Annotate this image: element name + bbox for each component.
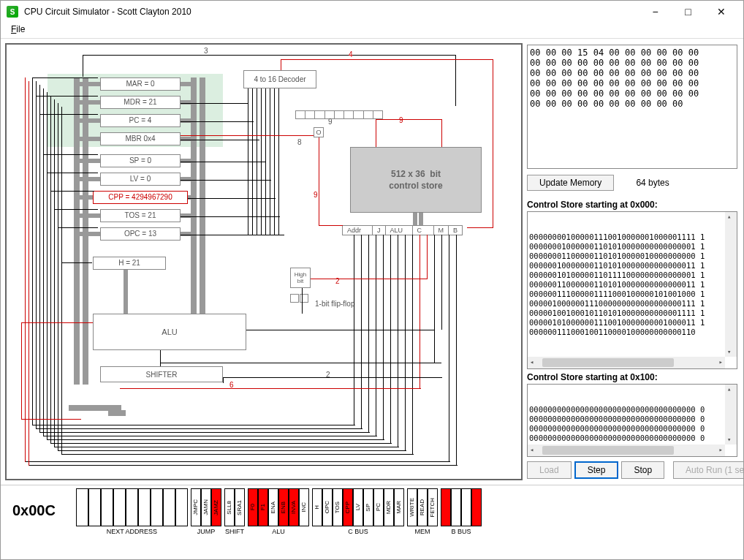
reg-sp: SP = 0 — [100, 154, 181, 167]
bit-6-2[interactable] — [461, 488, 471, 526]
menubar: File — [1, 23, 743, 39]
close-button[interactable]: ✕ — [705, 1, 737, 22]
bit-6-0[interactable] — [441, 488, 451, 526]
highbit-box: High bit — [290, 268, 311, 288]
bit-INVA[interactable]: INVA — [289, 488, 299, 526]
scrollbar-v-1[interactable] — [725, 212, 737, 357]
bit-0-3[interactable] — [113, 488, 126, 526]
bit-group-c-bus: HOPCTOSCPPLVSPPCMDRMARC BUS — [312, 488, 404, 535]
reg-mdr: MDR = 21 — [100, 96, 181, 109]
titlebar: S CPU Circuit Simulator - Scott Clayton … — [1, 1, 743, 23]
bit-group-label: JUMP — [197, 528, 216, 535]
bit-0-5[interactable] — [138, 488, 151, 526]
bit-0-4[interactable] — [126, 488, 138, 526]
stop-button[interactable]: Stop — [621, 461, 664, 479]
reg-h: H = 21 — [93, 257, 166, 270]
bit-JMPC[interactable]: JMPC — [191, 488, 201, 526]
bit-SRA1[interactable]: SRA1 — [235, 488, 245, 526]
decoder-box: 4 to 16 Decoder — [243, 70, 316, 88]
bit-SP[interactable]: SP — [363, 488, 373, 526]
bit-group-label: SHIFT — [225, 528, 244, 535]
bit-0-0[interactable] — [76, 488, 88, 526]
bit-group-label: B BUS — [451, 528, 471, 535]
bit-ENB[interactable]: ENB — [278, 488, 289, 526]
bus-c — [74, 77, 80, 385]
scrollbar-v-2[interactable] — [725, 385, 737, 444]
bit-0-8[interactable] — [175, 488, 188, 526]
bit-group-label: C BUS — [348, 528, 368, 535]
bottom-bar: 0x00C NEXT ADDRESSJMPCJAMNJAMZJUMPSLL8SR… — [1, 485, 743, 558]
reg-lv: LV = 0 — [100, 173, 181, 186]
step-button[interactable]: Step — [574, 461, 619, 479]
scrollbar-h-1[interactable] — [528, 357, 725, 368]
autorun-button[interactable]: Auto Run (1 sec) — [673, 461, 744, 479]
mir-labels: Addr J ALU C M B — [343, 225, 463, 235]
bit-group-next-address: NEXT ADDRESS — [76, 488, 188, 535]
bit-0-7[interactable] — [163, 488, 175, 526]
scrollbar-h-2[interactable] — [528, 444, 725, 456]
o-box: O — [314, 127, 324, 137]
memory-size-label: 64 bytes — [636, 178, 669, 188]
bit-READ[interactable]: READ — [417, 488, 428, 526]
bit-TOS[interactable]: TOS — [333, 488, 343, 526]
bit-group-alu: F0F1ENAENBINVAINCALU — [248, 488, 309, 535]
bit-OPC[interactable]: OPC — [322, 488, 333, 526]
reg-mbr: MBR 0x4 — [100, 132, 181, 145]
menu-file[interactable]: File — [7, 24, 29, 34]
bit-6-1[interactable] — [451, 488, 461, 526]
circuit-canvas: MAR = 0 MDR = 21 PC = 4 MBR 0x4 SP = 0 L… — [5, 43, 523, 480]
control-store-box: 512 x 36 bit control store — [350, 147, 482, 213]
bit-0-2[interactable] — [101, 488, 113, 526]
alu-box: ALU — [93, 314, 246, 350]
bit-LV[interactable]: LV — [353, 488, 363, 526]
control-store-1[interactable]: 000000001000001110010000001000001111 1 0… — [527, 211, 737, 369]
reg-mar: MAR = 0 — [100, 77, 181, 91]
bit-group-b-bus: B BUS — [441, 488, 482, 535]
app-icon: S — [7, 6, 18, 18]
mir-strip — [295, 110, 383, 119]
bit-PC[interactable]: PC — [373, 488, 384, 526]
bit-WRITE[interactable]: WRITE — [407, 488, 417, 526]
bit-MAR[interactable]: MAR — [394, 488, 404, 526]
bit-FETCH[interactable]: FETCH — [428, 488, 438, 526]
bit-INC[interactable]: INC — [299, 488, 309, 526]
update-memory-button[interactable]: Update Memory — [527, 175, 614, 191]
bus-c2 — [83, 77, 88, 385]
bus-bottom2 — [108, 410, 126, 416]
bit-group-label: MEM — [414, 528, 430, 535]
window-title: CPU Circuit Simulator - Scott Clayton 20… — [24, 7, 639, 17]
bit-6-3[interactable] — [471, 488, 482, 526]
cs2-label: Control Store starting at 0x100: — [527, 372, 737, 382]
reg-tos: TOS = 21 — [100, 209, 181, 222]
bit-group-label: ALU — [272, 528, 285, 535]
bit-SLL8[interactable]: SLL8 — [224, 488, 235, 526]
reg-cpp: CPP = 4294967290 — [93, 191, 188, 204]
bit-JAMN[interactable]: JAMN — [201, 488, 211, 526]
bit-MDR[interactable]: MDR — [384, 488, 394, 526]
bit-ENA[interactable]: ENA — [268, 488, 278, 526]
bit-group-shift: SLL8SRA1SHIFT — [224, 488, 245, 535]
bit-CPP[interactable]: CPP — [343, 488, 353, 526]
shifter-box: SHIFTER — [100, 366, 223, 382]
current-address: 0x00C — [5, 488, 76, 532]
reg-opc: OPC = 13 — [100, 227, 181, 241]
label-flipflop: 1-bit flip-flop — [315, 300, 354, 308]
cs1-label: Control Store starting at 0x000: — [527, 200, 737, 210]
bit-H[interactable]: H — [312, 488, 322, 526]
bit-JAMZ[interactable]: JAMZ — [211, 488, 221, 526]
bit-F0[interactable]: F0 — [248, 488, 258, 526]
control-store-2[interactable]: 000000000000000000000000000000000000 0 0… — [527, 384, 737, 457]
bit-F1[interactable]: F1 — [258, 488, 268, 526]
bit-group-label: NEXT ADDRESS — [107, 528, 157, 535]
reg-pc: PC = 4 — [100, 114, 181, 127]
memory-dump[interactable]: 00 00 00 15 04 00 00 00 00 00 00 00 00 0… — [527, 45, 737, 169]
maximize-button[interactable]: □ — [672, 1, 705, 22]
bit-0-6[interactable] — [151, 488, 163, 526]
bit-group-mem: WRITEREADFETCHMEM — [407, 488, 438, 535]
bit-group-jump: JMPCJAMNJAMZJUMP — [191, 488, 221, 535]
load-button[interactable]: Load — [527, 461, 572, 479]
minimize-button[interactable]: − — [639, 1, 672, 22]
bit-0-1[interactable] — [88, 488, 101, 526]
